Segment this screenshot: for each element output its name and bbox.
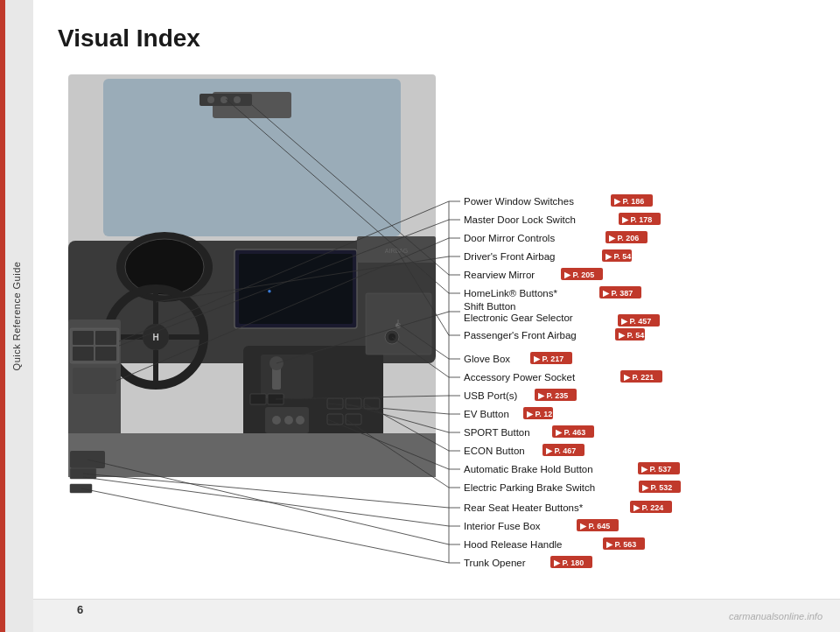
label-ev-button: EV Button (464, 409, 509, 419)
label-electric-parking-brake: Electric Parking Brake Switch (464, 482, 595, 493)
svg-point-23 (296, 416, 304, 425)
svg-rect-35 (68, 433, 436, 477)
sidebar: Quick Reference Guide (0, 0, 33, 632)
svg-rect-43 (346, 414, 361, 425)
svg-text:▶ P. 463: ▶ P. 463 (556, 428, 585, 437)
svg-text:▶ P. 206: ▶ P. 206 (609, 234, 639, 242)
svg-text:▶ P. 205: ▶ P. 205 (564, 270, 594, 279)
svg-rect-28 (73, 347, 94, 361)
svg-text:▶ P. 54: ▶ P. 54 (619, 331, 644, 340)
svg-rect-17 (261, 355, 313, 398)
svg-text:▶ P. 54: ▶ P. 54 (606, 252, 631, 261)
svg-text:▶ P. 224: ▶ P. 224 (634, 503, 663, 512)
svg-rect-27 (95, 331, 116, 345)
label-shift-button: Shift Button (464, 301, 515, 312)
label-passengers-front-airbag: Passenger's Front Airbag (464, 330, 577, 341)
svg-text:▶ P. 235: ▶ P. 235 (538, 391, 568, 400)
watermark: carmanualsonline.info (729, 611, 822, 621)
svg-text:▶ P. 12: ▶ P. 12 (527, 410, 552, 418)
svg-text:▶ P. 178: ▶ P. 178 (622, 215, 652, 224)
label-power-window-switches: Power Window Switches (464, 196, 574, 207)
svg-line-130 (81, 488, 449, 563)
svg-point-51 (234, 96, 241, 103)
label-drivers-front-airbag: Driver's Front Airbag (464, 251, 555, 262)
label-sport-button: SPORT Button (464, 427, 530, 438)
label-trunk-opener: Trunk Opener (464, 558, 526, 568)
page-number: 6 (77, 603, 83, 616)
label-rearview-mirror: Rearview Mirror (464, 270, 535, 280)
svg-rect-26 (73, 331, 94, 345)
svg-rect-29 (95, 347, 116, 361)
svg-text:▶ P. 467: ▶ P. 467 (546, 446, 576, 455)
svg-rect-7 (239, 254, 353, 324)
svg-text:▶ P. 387: ▶ P. 387 (603, 289, 633, 298)
svg-text:▶ P. 180: ▶ P. 180 (554, 558, 584, 567)
svg-line-118 (83, 474, 449, 508)
label-econ-button: ECON Button (464, 446, 525, 456)
label-master-door-lock: Master Door Lock Switch (464, 214, 576, 225)
visual-index-diagram: ● H (51, 66, 838, 582)
svg-text:▶ P. 537: ▶ P. 537 (641, 465, 671, 474)
svg-text:H: H (152, 333, 158, 342)
svg-rect-30 (73, 368, 116, 394)
svg-text:▶ P. 186: ▶ P. 186 (614, 197, 644, 206)
svg-point-49 (207, 96, 214, 103)
label-interior-fuse-box: Interior Fuse Box (464, 521, 541, 531)
car-interior-image: ● H (68, 74, 436, 493)
svg-rect-42 (327, 414, 343, 425)
label-accessory-power-socket: Accessory Power Socket (464, 372, 576, 383)
svg-text:▶ P. 221: ▶ P. 221 (624, 373, 654, 382)
svg-point-22 (284, 416, 293, 425)
svg-text:AIRBAG: AIRBAG (385, 248, 408, 254)
label-hood-release-handle: Hood Release Handle (464, 539, 563, 550)
svg-text:▶ P. 645: ▶ P. 645 (580, 522, 610, 530)
label-automatic-brake-hold: Automatic Brake Hold Button (464, 464, 593, 474)
label-rear-seat-heater: Rear Seat Heater Buttons* (464, 502, 584, 513)
svg-text:▶ P. 217: ▶ P. 217 (534, 355, 564, 363)
svg-point-21 (272, 416, 281, 425)
label-glove-box: Glove Box (464, 354, 510, 364)
label-homelink-buttons: HomeLink® Buttons* (464, 288, 557, 298)
label-door-mirror-controls: Door Mirror Controls (464, 233, 555, 243)
main-content: Visual Index ● (33, 0, 840, 632)
sidebar-accent-bar (0, 0, 5, 632)
sidebar-label: Quick Reference Guide (11, 262, 22, 371)
label-usb-ports: USB Port(s) (464, 390, 518, 401)
label-electronic-gear-selector: Electronic Gear Selector (464, 312, 573, 323)
svg-rect-45 (70, 484, 92, 493)
svg-rect-37 (250, 394, 266, 404)
svg-text:▶ P. 532: ▶ P. 532 (642, 483, 672, 492)
svg-text:▶ P. 457: ▶ P. 457 (621, 317, 651, 326)
svg-text:▶ P. 563: ▶ P. 563 (606, 540, 636, 549)
bottom-bar: 6 (33, 599, 840, 632)
page-title: Visual Index (58, 25, 200, 53)
